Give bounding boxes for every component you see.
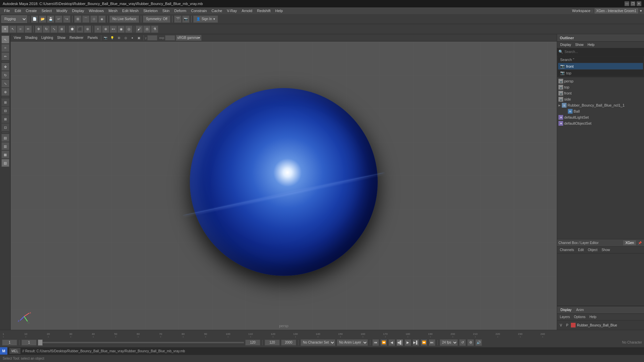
channel-box-pin-icon[interactable]: 📌 [637, 240, 643, 246]
view-cube-3[interactable]: ⊠ [1, 115, 9, 123]
view-cube-2[interactable]: ⊟ [1, 107, 9, 115]
skin-paint-btn[interactable]: 🖌 [136, 25, 143, 33]
select-tool[interactable]: ↖ [1, 36, 9, 44]
prev-frame-btn[interactable]: ◀ [388, 339, 395, 346]
menu-vray[interactable]: V-Ray [225, 8, 239, 13]
anim-timeline-track[interactable] [43, 342, 244, 343]
workspace-expand-icon[interactable]: ▾ [640, 9, 642, 13]
anim-range-start-input[interactable] [21, 340, 37, 346]
vp-menu-view[interactable]: View [12, 35, 23, 40]
soft-mod-btn[interactable]: ⬟ [68, 25, 76, 33]
layer-name[interactable]: Rubber_Bouncy_Ball_Blue [577, 323, 617, 327]
anim-end-frame-input[interactable] [265, 340, 280, 346]
menu-windows[interactable]: Windows [87, 8, 106, 13]
menu-redshift[interactable]: Redshift [255, 8, 272, 13]
cb-menu-object[interactable]: Object [587, 248, 599, 252]
display-sub-layers[interactable]: Layers [558, 315, 571, 319]
undo-btn[interactable]: ↩ [55, 15, 62, 23]
snap-point-btn[interactable]: ⊹ [90, 15, 98, 23]
no-character-set-dropdown[interactable]: No Character Set [301, 339, 335, 346]
anim-range-end-input[interactable] [245, 340, 260, 346]
outliner-search-input[interactable] [565, 50, 643, 54]
cluster-btn[interactable]: ⊛ [84, 25, 91, 33]
workspace-dropdown[interactable]: XGen - Interactive Groom1 [595, 8, 638, 13]
paint-select-tool[interactable]: ✏ [1, 52, 9, 60]
menu-mesh[interactable]: Mesh [106, 8, 119, 13]
scale-tool-left[interactable]: ⤡ [1, 79, 9, 87]
anim-total-input[interactable] [281, 340, 296, 346]
gamma-input[interactable]: 0.00 [147, 35, 157, 41]
menu-help[interactable]: Help [273, 8, 285, 13]
vp-light-icon[interactable]: 💡 [109, 35, 115, 41]
cb-menu-show[interactable]: Show [600, 248, 611, 252]
rotate-tool-btn[interactable]: ↻ [43, 25, 50, 33]
tree-item-side[interactable]: 📷 side [557, 96, 644, 102]
snap-curve-btn[interactable]: ⌒ [82, 15, 90, 23]
lasso-tool-btn[interactable]: ⌗ [17, 25, 24, 33]
snap-view-btn[interactable]: ◈ [98, 15, 106, 23]
menu-modify[interactable]: Modify [54, 8, 69, 13]
fps-dropdown[interactable]: 24 fps 30 fps 60 fps [440, 339, 458, 346]
cb-menu-edit[interactable]: Edit [577, 248, 585, 252]
anim-frame-thumb[interactable] [38, 340, 43, 346]
snap-surface-btn[interactable]: ⊕ [102, 25, 109, 33]
layer-visible-btn[interactable]: V [558, 323, 564, 327]
close-button[interactable]: ✕ [637, 1, 641, 6]
layer-color-box[interactable] [571, 323, 576, 327]
menu-arnold[interactable]: Arnold [239, 8, 254, 13]
new-scene-btn[interactable]: 📄 [31, 15, 38, 23]
outliner-menu-display[interactable]: Display [558, 42, 573, 47]
layer-display-2[interactable]: ▥ [1, 142, 9, 150]
move-tool-btn[interactable]: ✥ [35, 25, 42, 33]
vp-wire-icon[interactable]: ◎ [123, 35, 129, 41]
show-manip-tool[interactable]: ⊕ [1, 88, 9, 96]
snap-live-btn[interactable]: + [94, 25, 102, 33]
vp-menu-lighting[interactable]: Lighting [40, 35, 55, 40]
mel-indicator[interactable]: MEL [9, 348, 20, 354]
menu-constrain[interactable]: Constrain [189, 8, 209, 13]
restore-button[interactable]: ❐ [631, 1, 635, 6]
play-back-btn[interactable]: ◀▌ [396, 339, 403, 346]
search-result-front[interactable]: Search " [558, 57, 643, 63]
tree-item-top[interactable]: 📷 top [557, 84, 644, 90]
color-mode-dropdown[interactable]: sRGB gamma ▾ [176, 35, 202, 41]
select-tool-btn[interactable]: ↖ [9, 25, 16, 33]
menu-skin[interactable]: Skin [160, 8, 171, 13]
exposure-input[interactable]: 1.00 [165, 35, 175, 41]
weight-btn[interactable]: ⚖ [143, 25, 151, 33]
vp-camera-icon[interactable]: 📷 [103, 35, 109, 41]
menu-cache[interactable]: Cache [210, 8, 224, 13]
anim-settings-btn[interactable]: ⚙ [467, 339, 474, 346]
tree-item-object-set[interactable]: ◈ defaultObjectSet [557, 120, 644, 126]
snap-magnet-btn[interactable]: ⊷ [110, 25, 117, 33]
layer-playback-btn[interactable]: P [565, 323, 570, 327]
tree-item-light-set[interactable]: ◈ defaultLightSet [557, 114, 644, 120]
scale-tool-btn[interactable]: ⤡ [50, 25, 58, 33]
cb-menu-channels[interactable]: Channels [558, 248, 575, 252]
vp-menu-renderer[interactable]: Renderer [68, 35, 85, 40]
live-surface-btn[interactable]: No Live Surface [109, 15, 139, 23]
vp-grid-icon[interactable]: ⊞ [116, 35, 122, 41]
display-sub-help[interactable]: Help [588, 315, 598, 319]
lasso-tool[interactable]: ⌗ [1, 44, 9, 52]
loop-btn[interactable]: ↺ [459, 339, 466, 346]
sculpt-btn[interactable]: ◉ [117, 25, 125, 33]
layer-display-3[interactable]: ▦ [1, 150, 9, 159]
no-anim-layer-dropdown[interactable]: No Anim Layer [337, 339, 368, 346]
menu-edit[interactable]: Edit [13, 8, 23, 13]
go-to-end-btn[interactable]: ⏭ [429, 339, 435, 346]
open-scene-btn[interactable]: 📂 [39, 15, 46, 23]
play-fwd-btn[interactable]: ▶ [405, 339, 411, 346]
sound-btn[interactable]: 🔊 [475, 339, 482, 346]
menu-deform[interactable]: Deform [172, 8, 188, 13]
menu-display[interactable]: Display [70, 8, 86, 13]
display-tab-display[interactable]: Display [559, 307, 573, 312]
minimize-button[interactable]: — [625, 1, 629, 6]
layer-display-1[interactable]: ▤ [1, 134, 9, 142]
paint-tool-btn[interactable]: ✏ [24, 25, 32, 33]
layer-display-4[interactable]: ▧ [1, 159, 9, 167]
menu-edit-mesh[interactable]: Edit Mesh [120, 8, 141, 13]
vp-texture-icon[interactable]: ▣ [136, 35, 142, 41]
mode-dropdown[interactable]: Rigging Animation Modeling Rendering Dyn… [1, 15, 27, 23]
tree-item-persp[interactable]: 📷 persp [557, 78, 644, 84]
